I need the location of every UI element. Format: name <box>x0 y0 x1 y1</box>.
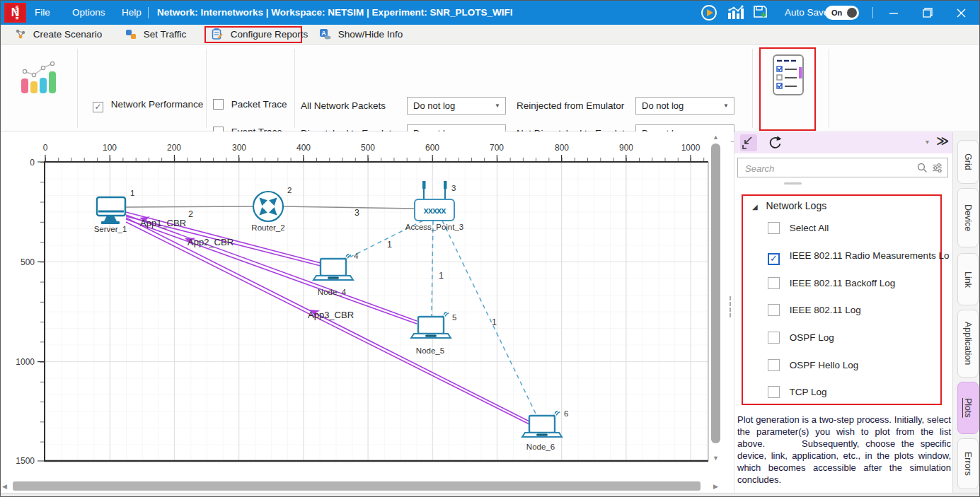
scroll-right-icon[interactable]: ▶ <box>713 483 718 490</box>
device-label: Node_5 <box>416 346 444 355</box>
option-tcp-log[interactable]: TCP Log <box>768 386 827 399</box>
save-icon[interactable] <box>752 4 771 24</box>
tab-grid[interactable]: Grid <box>957 140 979 184</box>
svg-text:1500: 1500 <box>16 456 35 466</box>
expander-icon[interactable]: ◢ <box>752 203 758 211</box>
titlebar-separator <box>872 7 873 18</box>
search-input[interactable] <box>744 160 909 176</box>
run-simulation-button[interactable] <box>701 4 717 24</box>
set-traffic-icon <box>125 27 137 47</box>
minimize-button[interactable] <box>884 4 904 22</box>
ribbon-separator <box>206 49 207 128</box>
app1-label: App1_CBR <box>140 218 186 228</box>
scroll-left-icon[interactable]: ◀ <box>2 483 7 490</box>
option-80211-log[interactable]: IEEE 802.11 Log <box>768 304 861 317</box>
set-traffic-button[interactable]: Set Traffic <box>125 25 186 45</box>
device-id: 2 <box>287 186 292 194</box>
option-backoff-log[interactable]: IEEE 802.11 Backoff Log <box>768 277 895 290</box>
horizontal-scrollbar[interactable]: ◀ ▶ <box>2 479 718 492</box>
network-performance-checkbox[interactable]: ✓ Network Performance <box>93 98 203 111</box>
show-hide-info-button[interactable]: A Show/Hide Info <box>319 25 403 45</box>
checkbox-checked: ✓ <box>93 102 103 112</box>
checkbox-checked[interactable]: ✓ <box>768 253 780 265</box>
device-id: 6 <box>564 409 568 418</box>
maximize-button[interactable] <box>917 4 937 22</box>
refresh-icon[interactable] <box>767 134 784 151</box>
vertical-scrollbar[interactable]: ▲ ▼ <box>710 134 721 474</box>
menu-options[interactable]: Options <box>68 1 110 25</box>
logo-subtext: NETSIM <box>8 6 25 20</box>
horizontal-scroll-thumb[interactable] <box>13 481 701 491</box>
experiment-breadcrumb: Network: Internetworks | Workspace: NETS… <box>157 1 512 25</box>
option-label: Select All <box>790 223 829 233</box>
checkbox-unchecked[interactable] <box>768 386 780 398</box>
panel-caret-icon[interactable]: ▾ <box>926 138 929 146</box>
tab-application[interactable]: Application <box>957 310 979 378</box>
panel-expand-icon[interactable]: ≫ <box>936 134 949 148</box>
svg-text:900: 900 <box>619 143 633 153</box>
device-label: Node_6 <box>526 443 555 451</box>
all-network-packets-dropdown[interactable]: Do not log ▼ <box>407 97 506 115</box>
option-ospf-log[interactable]: OSPF Log <box>768 332 834 344</box>
results-chart-icon[interactable] <box>727 5 744 23</box>
menu-help[interactable]: Help <box>117 1 146 25</box>
network-canvas[interactable]: 0 100 200 300 400 500 600 700 800 900 10… <box>1 131 731 492</box>
tab-device[interactable]: Device <box>957 188 979 247</box>
configure-reports-button[interactable]: Configure Reports <box>212 25 308 45</box>
caret-down-icon: ▼ <box>723 98 729 115</box>
option-label: IEEE 802.11 Log <box>790 305 861 315</box>
tab-errors[interactable]: Errors <box>957 438 979 489</box>
svg-text:300: 300 <box>232 143 246 153</box>
search-box[interactable] <box>737 158 948 177</box>
app3-label: App3_CBR <box>308 310 354 320</box>
plot-generation-help-text: Plot generation is a two-step process. I… <box>737 414 951 486</box>
reinjected-from-emulator-label: Reinjected from Emulator <box>517 97 624 115</box>
tab-plots[interactable]: Plots <box>957 382 979 434</box>
quick-toolbar: Create Scenario Set Traffic Configure Re… <box>1 25 979 45</box>
create-scenario-button[interactable]: Create Scenario <box>15 25 102 45</box>
panel-grip[interactable] <box>784 182 802 185</box>
svg-text:1: 1 <box>492 317 497 327</box>
svg-text:2: 2 <box>188 209 193 219</box>
checkbox-unchecked[interactable] <box>768 359 780 371</box>
checkbox-unchecked[interactable] <box>768 332 780 344</box>
option-label: IEEE 802.11 Radio Measurements Lo <box>790 250 950 261</box>
vertical-scroll-thumb[interactable] <box>711 144 720 443</box>
device-label: Node_4 <box>318 288 347 296</box>
option-label: IEEE 802.11 Backoff Log <box>790 278 896 288</box>
tab-link[interactable]: Link <box>957 253 979 305</box>
configure-reports-icon <box>212 27 224 47</box>
side-tab-strip: Grid Device Link Application Plots Error… <box>952 132 980 497</box>
svg-text:700: 700 <box>490 143 504 153</box>
collapse-panel-button[interactable] <box>740 134 757 151</box>
scroll-down-icon[interactable]: ▼ <box>713 455 719 462</box>
auto-save-toggle[interactable]: On <box>825 6 859 20</box>
option-ospf-hello-log[interactable]: OSPF Hello Log <box>768 359 858 372</box>
view-results-icon[interactable] <box>19 59 59 98</box>
checkbox-unchecked[interactable] <box>768 304 780 316</box>
svg-text:0: 0 <box>43 143 48 153</box>
filter-icon[interactable] <box>932 163 942 176</box>
reinjected-from-emulator-dropdown[interactable]: Do not log ▼ <box>635 97 734 115</box>
network-logs-section[interactable]: ◢ Network Logs <box>752 200 826 211</box>
svg-text:1: 1 <box>387 240 392 250</box>
panel-toolbar: ▾ ≫ <box>734 132 957 153</box>
search-icon <box>917 163 928 176</box>
checkbox-unchecked[interactable] <box>768 222 780 234</box>
show-hide-info-icon: A <box>319 27 331 47</box>
menu-file[interactable]: File <box>30 1 54 25</box>
option-label: OSPF Log <box>790 332 834 343</box>
show-hide-info-label: Show/Hide Info <box>338 29 403 40</box>
packet-trace-checkbox[interactable]: Packet Trace <box>213 98 287 111</box>
window-bottom-edge <box>1 493 979 497</box>
close-button[interactable] <box>951 4 971 22</box>
option-select-all[interactable]: Select All <box>768 222 829 235</box>
svg-text:800: 800 <box>555 143 569 153</box>
ribbon-separator <box>294 49 295 128</box>
ruler-x-labels: 0 100 200 300 400 500 600 700 800 900 10… <box>43 143 701 153</box>
plots-button-icon[interactable] <box>771 53 806 100</box>
checkbox-unchecked[interactable] <box>768 277 780 289</box>
panel-splitter[interactable] <box>730 296 731 317</box>
scroll-up-icon[interactable]: ▲ <box>713 134 719 141</box>
option-radio-measurements-log[interactable]: ✓ IEEE 802.11 Radio Measurements Lo <box>768 250 949 262</box>
